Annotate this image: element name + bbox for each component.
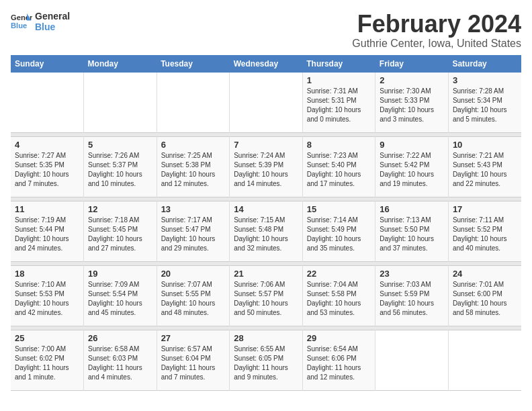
day-number: 8 xyxy=(307,140,371,150)
calendar-cell: 28Sunrise: 6:55 AM Sunset: 6:05 PM Dayli… xyxy=(230,330,303,391)
day-number: 14 xyxy=(234,204,298,214)
calendar-cell: 5Sunrise: 7:26 AM Sunset: 5:37 PM Daylig… xyxy=(84,137,157,197)
calendar-cell: 24Sunrise: 7:01 AM Sunset: 6:00 PM Dayli… xyxy=(448,266,521,326)
logo-icon: General Blue xyxy=(11,11,32,32)
calendar-cell: 12Sunrise: 7:18 AM Sunset: 5:45 PM Dayli… xyxy=(84,201,157,262)
day-info: Sunrise: 7:21 AM Sunset: 5:43 PM Dayligh… xyxy=(453,151,517,189)
day-info: Sunrise: 7:17 AM Sunset: 5:47 PM Dayligh… xyxy=(161,216,226,253)
day-info: Sunrise: 7:26 AM Sunset: 5:37 PM Dayligh… xyxy=(88,151,152,189)
header: General Blue General Blue February 2024 … xyxy=(11,11,521,50)
day-info: Sunrise: 7:25 AM Sunset: 5:38 PM Dayligh… xyxy=(161,151,226,189)
calendar-cell: 27Sunrise: 6:57 AM Sunset: 6:04 PM Dayli… xyxy=(157,330,230,391)
calendar-cell: 18Sunrise: 7:10 AM Sunset: 5:53 PM Dayli… xyxy=(11,266,84,326)
calendar-cell: 23Sunrise: 7:03 AM Sunset: 5:59 PM Dayli… xyxy=(375,266,449,326)
day-number: 26 xyxy=(88,333,152,343)
location-title: Guthrie Center, Iowa, United States xyxy=(352,38,521,50)
calendar-cell: 1Sunrise: 7:31 AM Sunset: 5:31 PM Daylig… xyxy=(302,73,375,133)
calendar-cell: 20Sunrise: 7:07 AM Sunset: 5:55 PM Dayli… xyxy=(157,266,230,326)
calendar-cell: 10Sunrise: 7:21 AM Sunset: 5:43 PM Dayli… xyxy=(448,137,521,197)
day-number: 21 xyxy=(234,269,298,279)
week-row-4: 25Sunrise: 7:00 AM Sunset: 6:02 PM Dayli… xyxy=(11,330,521,391)
day-info: Sunrise: 7:01 AM Sunset: 6:00 PM Dayligh… xyxy=(453,280,517,318)
day-info: Sunrise: 7:03 AM Sunset: 5:59 PM Dayligh… xyxy=(380,280,444,318)
day-number: 15 xyxy=(307,204,371,214)
calendar-cell: 21Sunrise: 7:06 AM Sunset: 5:57 PM Dayli… xyxy=(230,266,303,326)
calendar-cell: 26Sunrise: 6:58 AM Sunset: 6:03 PM Dayli… xyxy=(84,330,157,391)
day-info: Sunrise: 7:19 AM Sunset: 5:44 PM Dayligh… xyxy=(15,216,79,253)
day-number: 12 xyxy=(88,204,152,214)
day-number: 11 xyxy=(15,204,79,214)
day-info: Sunrise: 7:07 AM Sunset: 5:55 PM Dayligh… xyxy=(161,280,226,318)
calendar-cell: 22Sunrise: 7:04 AM Sunset: 5:58 PM Dayli… xyxy=(302,266,375,326)
day-number: 7 xyxy=(234,140,298,150)
day-number: 6 xyxy=(161,140,226,150)
day-info: Sunrise: 7:27 AM Sunset: 5:35 PM Dayligh… xyxy=(15,151,79,189)
day-info: Sunrise: 7:18 AM Sunset: 5:45 PM Dayligh… xyxy=(88,216,152,253)
day-number: 16 xyxy=(380,204,444,214)
week-row-0: 1Sunrise: 7:31 AM Sunset: 5:31 PM Daylig… xyxy=(11,73,521,133)
svg-text:Blue: Blue xyxy=(11,21,27,30)
day-number: 24 xyxy=(453,269,517,279)
day-info: Sunrise: 7:10 AM Sunset: 5:53 PM Dayligh… xyxy=(15,280,79,318)
calendar-cell: 29Sunrise: 6:54 AM Sunset: 6:06 PM Dayli… xyxy=(302,330,375,391)
day-info: Sunrise: 7:11 AM Sunset: 5:52 PM Dayligh… xyxy=(453,216,517,253)
calendar-cell xyxy=(11,73,84,133)
day-number: 10 xyxy=(453,140,517,150)
day-info: Sunrise: 7:09 AM Sunset: 5:54 PM Dayligh… xyxy=(88,280,152,318)
day-info: Sunrise: 6:58 AM Sunset: 6:03 PM Dayligh… xyxy=(88,345,152,382)
day-info: Sunrise: 7:24 AM Sunset: 5:39 PM Dayligh… xyxy=(234,151,298,189)
day-info: Sunrise: 7:22 AM Sunset: 5:42 PM Dayligh… xyxy=(380,151,444,189)
day-number: 13 xyxy=(161,204,226,214)
day-number: 27 xyxy=(161,333,226,343)
header-sunday: Sunday xyxy=(11,55,84,73)
logo-general: General xyxy=(35,11,70,21)
header-monday: Monday xyxy=(84,55,157,73)
month-title: February 2024 xyxy=(352,11,521,38)
day-info: Sunrise: 7:23 AM Sunset: 5:40 PM Dayligh… xyxy=(307,151,371,189)
calendar-cell: 14Sunrise: 7:15 AM Sunset: 5:48 PM Dayli… xyxy=(230,201,303,262)
day-number: 28 xyxy=(234,333,298,343)
day-info: Sunrise: 7:15 AM Sunset: 5:48 PM Dayligh… xyxy=(234,216,298,253)
day-number: 18 xyxy=(15,269,79,279)
header-saturday: Saturday xyxy=(448,55,521,73)
day-info: Sunrise: 6:54 AM Sunset: 6:06 PM Dayligh… xyxy=(307,345,371,382)
logo-blue: Blue xyxy=(35,21,70,32)
day-number: 29 xyxy=(307,333,371,343)
header-tuesday: Tuesday xyxy=(157,55,230,73)
calendar-cell: 3Sunrise: 7:28 AM Sunset: 5:34 PM Daylig… xyxy=(448,73,521,133)
day-number: 25 xyxy=(15,333,79,343)
calendar-cell: 15Sunrise: 7:14 AM Sunset: 5:49 PM Dayli… xyxy=(302,201,375,262)
day-info: Sunrise: 7:00 AM Sunset: 6:02 PM Dayligh… xyxy=(15,345,79,382)
day-info: Sunrise: 7:28 AM Sunset: 5:34 PM Dayligh… xyxy=(453,87,517,124)
day-number: 4 xyxy=(15,140,79,150)
calendar-cell xyxy=(230,73,303,133)
calendar-cell: 9Sunrise: 7:22 AM Sunset: 5:42 PM Daylig… xyxy=(375,137,449,197)
calendar-header: SundayMondayTuesdayWednesdayThursdayFrid… xyxy=(11,55,521,73)
calendar-cell: 11Sunrise: 7:19 AM Sunset: 5:44 PM Dayli… xyxy=(11,201,84,262)
day-number: 3 xyxy=(453,75,517,85)
day-number: 17 xyxy=(453,204,517,214)
calendar-cell: 6Sunrise: 7:25 AM Sunset: 5:38 PM Daylig… xyxy=(157,137,230,197)
calendar-cell xyxy=(157,73,230,133)
calendar-cell: 8Sunrise: 7:23 AM Sunset: 5:40 PM Daylig… xyxy=(302,137,375,197)
week-row-3: 18Sunrise: 7:10 AM Sunset: 5:53 PM Dayli… xyxy=(11,266,521,326)
day-number: 1 xyxy=(307,75,371,85)
week-row-1: 4Sunrise: 7:27 AM Sunset: 5:35 PM Daylig… xyxy=(11,137,521,197)
logo: General Blue General Blue xyxy=(11,11,70,32)
calendar-cell: 4Sunrise: 7:27 AM Sunset: 5:35 PM Daylig… xyxy=(11,137,84,197)
calendar-cell: 13Sunrise: 7:17 AM Sunset: 5:47 PM Dayli… xyxy=(157,201,230,262)
day-number: 22 xyxy=(307,269,371,279)
header-wednesday: Wednesday xyxy=(230,55,303,73)
day-info: Sunrise: 6:57 AM Sunset: 6:04 PM Dayligh… xyxy=(161,345,226,382)
day-number: 2 xyxy=(380,75,444,85)
day-info: Sunrise: 7:13 AM Sunset: 5:50 PM Dayligh… xyxy=(380,216,444,253)
calendar-cell: 16Sunrise: 7:13 AM Sunset: 5:50 PM Dayli… xyxy=(375,201,449,262)
day-number: 5 xyxy=(88,140,152,150)
calendar-cell: 19Sunrise: 7:09 AM Sunset: 5:54 PM Dayli… xyxy=(84,266,157,326)
day-info: Sunrise: 7:14 AM Sunset: 5:49 PM Dayligh… xyxy=(307,216,371,253)
week-row-2: 11Sunrise: 7:19 AM Sunset: 5:44 PM Dayli… xyxy=(11,201,521,262)
calendar-table: SundayMondayTuesdayWednesdayThursdayFrid… xyxy=(11,55,521,392)
day-number: 9 xyxy=(380,140,444,150)
calendar-cell: 7Sunrise: 7:24 AM Sunset: 5:39 PM Daylig… xyxy=(230,137,303,197)
day-info: Sunrise: 7:31 AM Sunset: 5:31 PM Dayligh… xyxy=(307,87,371,124)
